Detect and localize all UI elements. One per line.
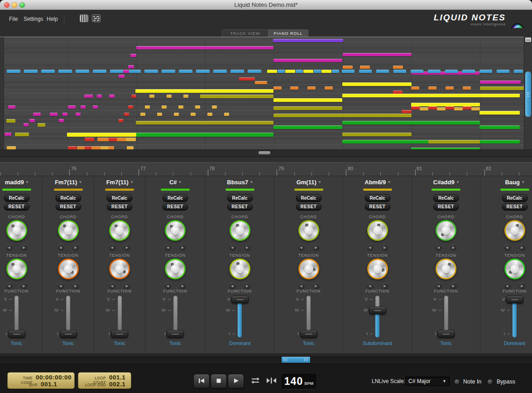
- midi-note[interactable]: [135, 89, 273, 93]
- midi-note[interactable]: [342, 94, 520, 97]
- piano-roll-hscroll-handle[interactable]: [259, 151, 270, 154]
- recalc-button[interactable]: ReCalc: [227, 194, 253, 202]
- reset-button[interactable]: RESET: [296, 203, 321, 211]
- reset-button[interactable]: RESET: [107, 203, 132, 211]
- tension-prev-arrow-icon[interactable]: ◀: [435, 283, 442, 289]
- chord-knob[interactable]: [58, 220, 79, 241]
- chord-knob[interactable]: [165, 220, 186, 241]
- midi-note[interactable]: [59, 119, 64, 122]
- midi-note[interactable]: [196, 70, 210, 73]
- piano-keys-icon[interactable]: [80, 14, 88, 22]
- tension-prev-arrow-icon[interactable]: ◀: [367, 283, 374, 289]
- midi-note[interactable]: [342, 133, 412, 136]
- midi-note[interactable]: [119, 75, 125, 78]
- timeline-scrollbar[interactable]: [0, 354, 532, 364]
- tab-track-view[interactable]: TRACK VIEW: [222, 29, 268, 37]
- midi-note[interactable]: [479, 111, 520, 115]
- midi-note[interactable]: [109, 95, 115, 98]
- timeline-scroll-handle[interactable]: [282, 357, 310, 363]
- pattern-grid-icon[interactable]: [92, 14, 101, 22]
- midi-note[interactable]: [191, 113, 196, 116]
- tension-prev-arrow-icon[interactable]: ◀: [6, 283, 13, 289]
- chord-name-dropdown[interactable]: Fm7(11)▾: [43, 179, 94, 186]
- midi-note[interactable]: [359, 70, 372, 73]
- chord-prev-arrow-icon[interactable]: ◀: [435, 244, 442, 251]
- tension-knob[interactable]: [504, 259, 525, 279]
- chord-next-arrow-icon[interactable]: ▶: [244, 244, 251, 251]
- midi-note[interactable]: [446, 86, 454, 90]
- piano-roll-canvas[interactable]: [0, 37, 524, 149]
- midi-note[interactable]: [342, 140, 428, 144]
- skip-to-start-button[interactable]: [193, 374, 210, 388]
- function-slider[interactable]: VIVI: [145, 294, 205, 341]
- midi-note[interactable]: [480, 86, 524, 90]
- chord-knob[interactable]: [109, 220, 130, 241]
- midi-note[interactable]: [85, 146, 91, 149]
- midi-note[interactable]: [109, 138, 117, 141]
- tempo-display[interactable]: 140 BPM: [282, 374, 316, 389]
- function-slider[interactable]: VIVI: [206, 294, 274, 341]
- midi-note[interactable]: [76, 70, 89, 73]
- tension-prev-arrow-icon[interactable]: ◀: [504, 283, 511, 289]
- tension-next-arrow-icon[interactable]: ▶: [244, 283, 251, 289]
- tension-next-arrow-icon[interactable]: ▶: [313, 283, 320, 289]
- midi-note[interactable]: [38, 123, 45, 127]
- midi-note[interactable]: [123, 70, 129, 73]
- chord-name-dropdown[interactable]: Fm7(11)▾: [94, 179, 145, 186]
- midi-note[interactable]: [77, 146, 85, 149]
- midi-note[interactable]: [239, 77, 255, 81]
- midi-note[interactable]: [402, 110, 412, 113]
- midi-note[interactable]: [273, 39, 343, 42]
- midi-note[interactable]: [360, 66, 370, 69]
- midi-note[interactable]: [136, 121, 273, 125]
- midi-note[interactable]: [307, 86, 316, 90]
- close-window-button[interactable]: [4, 2, 10, 8]
- midi-note[interactable]: [145, 105, 150, 109]
- chord-name-dropdown[interactable]: C#add9▾: [412, 179, 480, 186]
- tension-prev-arrow-icon[interactable]: ◀: [298, 283, 305, 289]
- midi-note[interactable]: [454, 107, 463, 110]
- midi-note[interactable]: [128, 65, 134, 68]
- midi-note[interactable]: [480, 140, 520, 144]
- chord-name-dropdown[interactable]: Abm6/9▾: [343, 179, 412, 186]
- menu-file[interactable]: File: [9, 16, 18, 22]
- tension-next-arrow-icon[interactable]: ▶: [72, 283, 79, 289]
- midi-note[interactable]: [5, 133, 11, 136]
- note-in-led[interactable]: [454, 379, 460, 385]
- midi-note[interactable]: [162, 70, 175, 73]
- midi-note[interactable]: [446, 106, 454, 110]
- midi-note[interactable]: [393, 66, 403, 69]
- vertical-scroll-handle[interactable]: [525, 72, 531, 117]
- midi-note[interactable]: [6, 119, 15, 123]
- midi-note[interactable]: [314, 70, 321, 73]
- midi-note[interactable]: [68, 105, 76, 109]
- midi-note[interactable]: [7, 70, 20, 73]
- midi-note[interactable]: [273, 86, 282, 90]
- function-slider[interactable]: VIVI: [480, 294, 532, 341]
- function-slider[interactable]: VIVI: [43, 294, 94, 341]
- midi-note[interactable]: [224, 113, 229, 116]
- recalc-button[interactable]: ReCalc: [296, 194, 321, 202]
- bypass-led[interactable]: [487, 379, 493, 385]
- midi-note[interactable]: [296, 70, 303, 73]
- reset-button[interactable]: RESET: [163, 203, 188, 211]
- chord-next-arrow-icon[interactable]: ▶: [21, 244, 28, 251]
- midi-note[interactable]: [167, 95, 172, 98]
- midi-note[interactable]: [230, 70, 244, 73]
- midi-note[interactable]: [136, 133, 273, 137]
- chord-prev-arrow-icon[interactable]: ◀: [367, 244, 374, 251]
- midi-note[interactable]: [127, 70, 141, 73]
- midi-note[interactable]: [445, 70, 458, 73]
- reset-button[interactable]: RESET: [56, 203, 81, 211]
- punch-in-out-icon[interactable]: [266, 377, 277, 386]
- recalc-button[interactable]: ReCalc: [56, 194, 81, 202]
- midi-note[interactable]: [342, 121, 480, 125]
- chord-next-arrow-icon[interactable]: ▶: [519, 244, 526, 251]
- midi-note[interactable]: [479, 125, 520, 129]
- bar-ruler[interactable]: 76777879808182: [0, 162, 532, 176]
- recalc-button[interactable]: ReCalc: [107, 194, 132, 202]
- reset-button[interactable]: RESET: [227, 203, 253, 211]
- midi-note[interactable]: [278, 70, 285, 73]
- midi-note[interactable]: [149, 95, 154, 98]
- menu-settings[interactable]: Settings: [24, 16, 43, 22]
